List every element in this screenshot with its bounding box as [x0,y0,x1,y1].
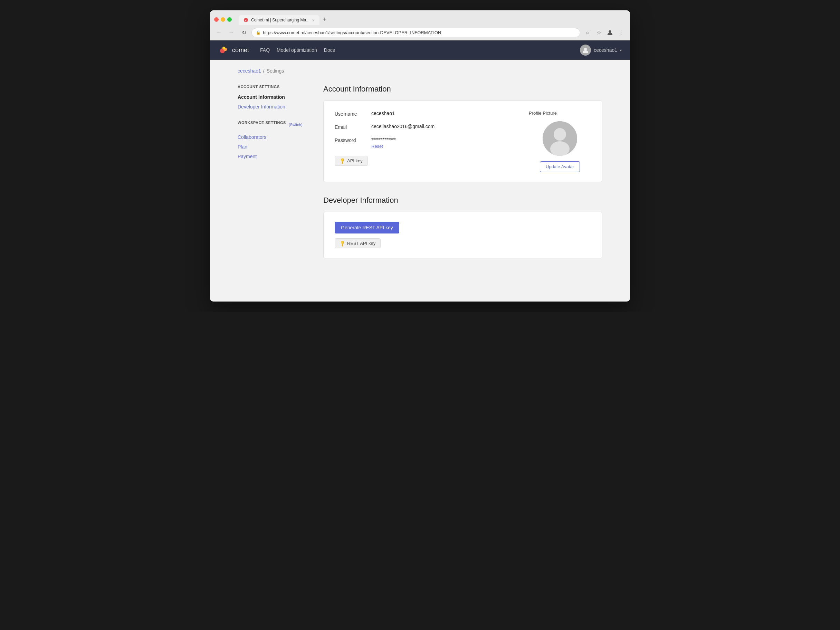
faq-link[interactable]: FAQ [260,47,270,53]
maximize-button[interactable] [227,17,232,22]
logo-text: comet [232,47,249,54]
profile-picture-section: Profile Picture Update Avatar [529,111,591,172]
breadcrumb-user-link[interactable]: ceceshao1 [238,68,261,74]
email-label: Email [335,124,366,130]
api-key-btn-label: API key [347,158,363,163]
active-tab[interactable]: c Comet.ml | Supercharging Ma... × [238,15,319,25]
avatar-svg [543,121,577,156]
traffic-lights [214,17,232,22]
rest-api-key-button[interactable]: 🔑 REST API key [335,238,381,248]
address-bar[interactable]: 🔒 https://www.comet.ml/ceceshao1/setting… [251,28,580,37]
svg-text:c: c [245,19,247,22]
settings-layout: ACCOUNT SETTINGS Account Information Dev… [238,85,602,272]
sidebar-item-plan[interactable]: Plan [238,143,307,151]
settings-sidebar: ACCOUNT SETTINGS Account Information Dev… [238,85,307,272]
logo-icon [218,44,229,55]
svg-point-2 [609,30,611,33]
username-label: Username [335,111,366,117]
api-key-button[interactable]: 🔑 API key [335,156,368,166]
svg-point-9 [554,128,566,141]
breadcrumb-separator: / [263,68,265,74]
tab-bar: c Comet.ml | Supercharging Ma... × + [238,14,626,25]
top-nav: comet FAQ Model optimization Docs cecesh… [210,40,630,60]
password-value: ************* [371,137,396,142]
workspace-label-row: WORKSPACE SETTINGS (Switch) [238,120,307,129]
sidebar-item-payment[interactable]: Payment [238,152,307,161]
sidebar-item-collaborators[interactable]: Collaborators [238,133,307,141]
tab-close-button[interactable]: × [312,18,314,22]
generate-rest-api-button[interactable]: Generate REST API key [335,222,399,234]
sidebar-item-account-info[interactable]: Account Information [238,93,307,101]
username-row: Username ceceshao1 [335,111,515,117]
profile-picture-label: Profile Picture [529,111,557,116]
avatar-circle [543,121,577,156]
tab-title: Comet.ml | Supercharging Ma... [251,17,309,22]
username-display: ceceshao1 [594,47,617,53]
browser-nav-icons: ⌕ ☆ ⋮ [583,28,626,37]
forward-button[interactable]: → [227,28,236,37]
rest-api-btn-label: REST API key [347,241,376,246]
back-button[interactable]: ← [214,28,224,37]
account-info-grid: Username ceceshao1 Email ceceliashao2016… [335,111,591,172]
page-content: ceceshao1 / Settings ACCOUNT SETTINGS Ac… [210,60,630,302]
account-settings-label: ACCOUNT SETTINGS [238,85,307,89]
account-info-fields: Username ceceshao1 Email ceceliashao2016… [335,111,515,172]
email-value: ceceliashao2016@gmail.com [371,124,434,129]
user-avatar [580,44,591,55]
update-avatar-button[interactable]: Update Avatar [540,161,580,172]
developer-info-title: Developer Information [323,196,602,205]
docs-link[interactable]: Docs [324,47,335,53]
settings-main: Account Information Username ceceshao1 E… [323,85,602,272]
nav-links: FAQ Model optimization Docs [260,47,335,53]
sidebar-item-developer-info[interactable]: Developer Information [238,103,307,111]
account-info-title: Account Information [323,85,602,93]
close-button[interactable] [214,17,219,22]
password-row: Password ************* Reset [335,137,515,149]
developer-info-card: Generate REST API key 🔑 REST API key [323,212,602,258]
bookmark-icon-button[interactable]: ☆ [594,28,604,37]
workspace-settings-section: WORKSPACE SETTINGS (Switch) Collaborator… [238,120,307,161]
minimize-button[interactable] [221,17,225,22]
svg-point-7 [584,48,587,51]
reset-password-link[interactable]: Reset [371,144,396,149]
workspace-settings-label: WORKSPACE SETTINGS [238,120,286,125]
user-menu[interactable]: ceceshao1 ▾ [580,44,622,55]
logo[interactable]: comet [218,44,249,55]
switch-link[interactable]: (Switch) [289,123,303,127]
refresh-button[interactable]: ↻ [239,28,249,37]
key-icon: 🔑 [339,157,346,164]
new-tab-button[interactable]: + [319,14,330,25]
search-icon-button[interactable]: ⌕ [583,28,593,37]
browser-nav: ← → ↻ 🔒 https://www.comet.ml/ceceshao1/s… [210,25,630,40]
breadcrumb: ceceshao1 / Settings [238,68,602,74]
lock-icon: 🔒 [256,30,261,35]
password-value-group: ************* Reset [371,137,396,149]
email-row: Email ceceliashao2016@gmail.com [335,124,515,130]
breadcrumb-current: Settings [267,68,284,74]
avatar-icon [582,47,589,54]
username-value: ceceshao1 [371,111,395,116]
svg-point-6 [223,47,225,49]
password-label: Password [335,137,366,143]
svg-point-10 [550,141,570,156]
account-info-card: Username ceceshao1 Email ceceliashao2016… [323,101,602,182]
model-optimization-link[interactable]: Model optimization [277,47,317,53]
dropdown-arrow: ▾ [620,48,622,52]
app-content: comet FAQ Model optimization Docs cecesh… [210,40,630,302]
account-settings-section: ACCOUNT SETTINGS Account Information Dev… [238,85,307,111]
account-icon-button[interactable] [605,28,615,37]
url-display: https://www.comet.ml/ceceshao1/settings/… [263,30,576,35]
menu-icon-button[interactable]: ⋮ [616,28,626,37]
tab-favicon: c [243,17,248,22]
rest-key-icon: 🔑 [339,240,346,247]
